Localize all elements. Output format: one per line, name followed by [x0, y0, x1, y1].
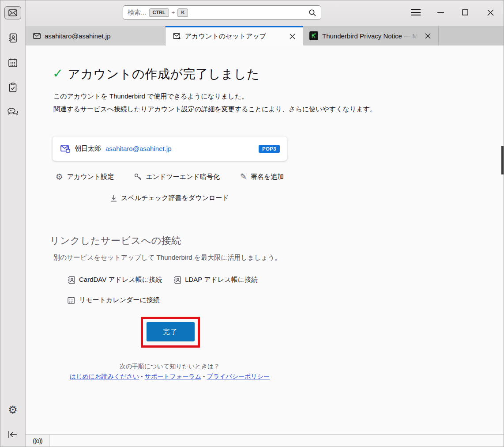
remote-calendar-connect-link[interactable]: リモートカレンダーに接続	[68, 296, 160, 304]
add-signature-link[interactable]: ✎ 署名を追加	[240, 173, 284, 181]
address-book-icon	[173, 276, 181, 284]
tab-mail-account[interactable]: asahitaro@asahinet.jp	[26, 26, 165, 45]
unified-toolbar: 検索... CTRL + K	[0, 0, 504, 26]
key-icon	[134, 173, 142, 181]
account-display-name: 朝日太郎	[75, 144, 101, 153]
support-forum-link[interactable]: サポートフォーラム	[145, 373, 201, 380]
intro-line-1: このアカウントを Thunderbird で使用できるようになりました。	[53, 90, 376, 102]
download-icon	[110, 195, 117, 202]
finish-button[interactable]: 完了	[147, 322, 195, 341]
search-input[interactable]: 検索... CTRL + K	[123, 5, 321, 20]
footer-links: はじめにお読みください - サポートフォーラム - プライバシーポリシー	[53, 373, 287, 381]
account-email-link[interactable]: asahitaro@asahinet.jp	[105, 145, 172, 152]
address-book-icon	[8, 33, 17, 43]
address-book-icon	[68, 276, 75, 284]
account-card[interactable]: 朝日太郎 asahitaro@asahinet.jp POP3	[53, 136, 287, 161]
collapse-spaces-button[interactable]	[8, 431, 18, 439]
footer-question: 次の手順について知りたいときは？	[53, 363, 287, 371]
calendar-icon	[68, 296, 75, 304]
tasks-icon	[9, 83, 17, 92]
link-separator: -	[139, 373, 144, 380]
dictionary-row: スペルチェック辞書をダウンロード	[53, 194, 287, 202]
shortcut-join: +	[172, 9, 175, 16]
e2e-encryption-link[interactable]: エンドツーエンド暗号化	[134, 173, 219, 181]
download-dictionary-link[interactable]: スペルチェック辞書をダウンロード	[110, 194, 229, 202]
add-signature-label: 署名を追加	[251, 173, 284, 181]
gear-icon: ⚙	[56, 173, 63, 181]
mozilla-favicon	[309, 31, 318, 40]
privacy-policy-link[interactable]: プライバシーポリシー	[207, 373, 270, 380]
space-chat-button[interactable]	[8, 108, 18, 117]
calendar-link-row: リモートカレンダーに接続	[68, 296, 160, 304]
account-mail-lock-icon	[60, 145, 70, 153]
pencil-icon: ✎	[240, 173, 247, 181]
thunderbird-window: 検索... CTRL + K	[0, 0, 504, 447]
ldap-label: LDAP アドレス帳に接続	[185, 276, 258, 284]
intro-text: このアカウントを Thunderbird で使用できるようになりました。 関連す…	[53, 90, 376, 115]
broadcast-status-button[interactable]: ((o))	[26, 435, 50, 447]
close-window-button[interactable]	[483, 6, 498, 19]
account-settings-link[interactable]: ⚙ アカウント設定	[56, 173, 114, 181]
tab-account-setup[interactable]: アカウントのセットアップ	[165, 26, 303, 45]
linked-services-heading: リンクしたサービスへの接続	[50, 234, 181, 247]
space-addressbook-button[interactable]	[8, 33, 17, 43]
ldap-connect-link[interactable]: LDAP アドレス帳に接続	[173, 276, 258, 284]
tab-bar: asahitaro@asahinet.jp アカウントのセットアップ Thund…	[26, 26, 504, 45]
tab-label: Thunderbird Privacy Notice — Mozi	[322, 32, 418, 40]
tab-close-button[interactable]	[287, 31, 297, 42]
linked-services-subtitle: 別のサービスをセットアップして Thunderbird を最大限に活用しましょう…	[53, 254, 281, 262]
link-separator: -	[201, 373, 207, 380]
getting-started-link[interactable]: はじめにお読みください	[70, 373, 139, 380]
account-settings-label: アカウント設定	[67, 173, 114, 181]
carddav-connect-link[interactable]: CardDAV アドレス帳に接続	[68, 276, 162, 284]
page-title: アカウントの作成が完了しました	[68, 66, 260, 83]
minimize-icon	[437, 12, 444, 13]
remote-calendar-label: リモートカレンダーに接続	[79, 296, 160, 304]
space-calendar-button[interactable]	[8, 58, 18, 68]
maximize-button[interactable]	[458, 6, 473, 19]
vertical-scrollbar[interactable]	[501, 146, 504, 174]
gear-icon: ⚙	[8, 404, 18, 416]
minimize-button[interactable]	[433, 6, 448, 19]
tab-privacy-notice[interactable]: Thunderbird Privacy Notice — Mozi	[303, 26, 439, 45]
protocol-badge: POP3	[259, 145, 280, 153]
app-menu-button[interactable]	[408, 6, 423, 19]
addressbook-links-row: CardDAV アドレス帳に接続 LDAP アドレス帳に接続	[68, 276, 258, 284]
space-mail-button[interactable]	[4, 6, 21, 19]
broadcast-icon: ((o))	[33, 437, 42, 444]
shortcut-key-k: K	[177, 8, 188, 17]
e2e-encryption-label: エンドツーエンド暗号化	[146, 173, 219, 181]
success-header: ✓ アカウントの作成が完了しました	[53, 66, 260, 83]
status-bar: ((o))	[26, 434, 504, 447]
download-dictionary-label: スペルチェック辞書をダウンロード	[121, 194, 229, 202]
search-icon	[308, 9, 316, 17]
mail-icon	[8, 9, 17, 16]
spaces-toolbar: ⚙	[0, 0, 26, 447]
intro-line-2: 関連するサービスへ接続したりアカウント設定の詳細を変更することにより、さらに使い…	[53, 102, 376, 115]
account-setup-tab-icon	[173, 33, 181, 40]
account-actions-row: ⚙ アカウント設定 エンドツーエンド暗号化 ✎ 署名を追加	[53, 173, 287, 181]
tab-label: asahitaro@asahinet.jp	[45, 32, 111, 40]
mail-tab-icon	[33, 33, 41, 39]
success-check-icon: ✓	[53, 66, 63, 81]
collapse-icon	[8, 431, 18, 439]
search-placeholder: 検索...	[128, 8, 147, 17]
space-tasks-button[interactable]	[9, 83, 17, 92]
space-settings-button[interactable]: ⚙	[8, 404, 18, 416]
tab-label: アカウントのセットアップ	[185, 32, 266, 41]
carddav-label: CardDAV アドレス帳に接続	[79, 276, 162, 284]
chat-icon	[8, 108, 18, 117]
tab-close-button[interactable]	[422, 30, 433, 41]
close-icon	[487, 9, 494, 16]
maximize-icon	[462, 9, 468, 15]
hamburger-icon	[410, 9, 421, 16]
shortcut-key-ctrl: CTRL	[149, 8, 169, 17]
calendar-icon	[8, 58, 18, 68]
